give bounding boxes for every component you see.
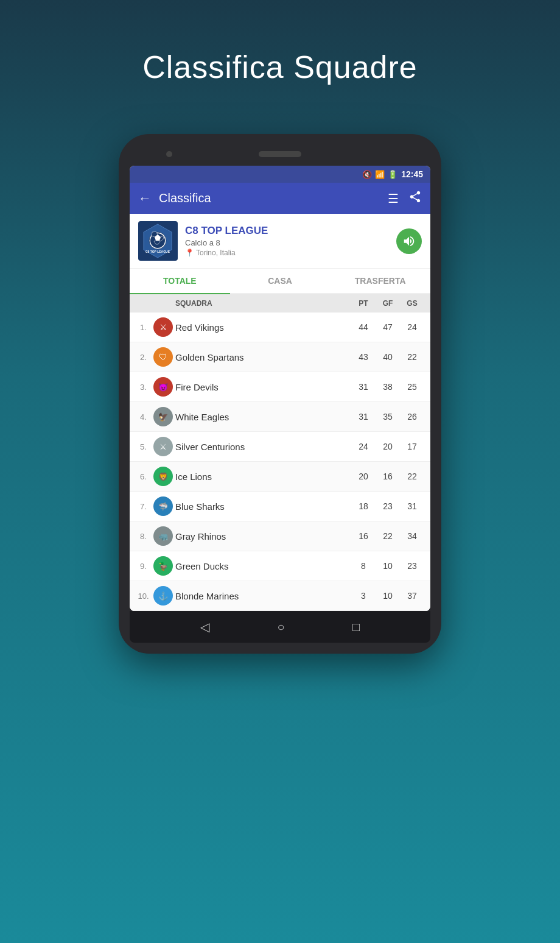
phone-speaker	[259, 151, 301, 157]
phone-screen: 🔇 📶 🔋 12:45 ← Classifica ☰	[130, 166, 430, 611]
audio-button[interactable]	[396, 228, 422, 254]
team-pt: 3	[351, 591, 376, 601]
team-logo-cell: 🦈	[151, 496, 175, 516]
team-pt: 20	[351, 472, 376, 481]
svg-text:⚔: ⚔	[159, 442, 167, 451]
league-header: C8 TOP LEAGUE C8 TOP LEAGUE Calcio a 8 📍…	[130, 214, 430, 269]
tab-casa[interactable]: CASA	[230, 269, 331, 293]
team-rank: 7.	[136, 502, 151, 511]
share-icon[interactable]	[408, 190, 422, 207]
team-gs: 37	[400, 591, 424, 601]
app-bar: ← Classifica ☰	[130, 183, 430, 214]
team-gs: 34	[400, 531, 424, 541]
svg-text:🦆: 🦆	[158, 561, 169, 571]
team-gf: 20	[376, 442, 400, 451]
team-pt: 8	[351, 561, 376, 571]
team-pt: 31	[351, 412, 376, 422]
team-rank: 8.	[136, 532, 151, 541]
team-gf: 22	[376, 531, 400, 541]
table-row[interactable]: 1. ⚔ Red Vikings 44 47 24	[130, 313, 430, 342]
team-rank: 9.	[136, 562, 151, 571]
battery-icon: 🔋	[388, 170, 397, 179]
league-type: Calcio a 8	[185, 238, 396, 247]
team-pt: 44	[351, 322, 376, 332]
svg-text:🦈: 🦈	[158, 501, 169, 512]
team-gf: 10	[376, 561, 400, 571]
team-pt: 31	[351, 382, 376, 392]
table-row[interactable]: 4. 🦅 White Eagles 31 35 26	[130, 402, 430, 432]
status-bar: 🔇 📶 🔋 12:45	[130, 166, 430, 183]
team-name: Ice Lions	[175, 472, 351, 482]
nav-recent-button[interactable]: □	[352, 620, 360, 634]
team-rank: 6.	[136, 472, 151, 481]
team-name: Fire Devils	[175, 382, 351, 392]
svg-text:🛡: 🛡	[159, 352, 167, 362]
phone-camera	[166, 151, 172, 157]
signal-icon: 📶	[375, 170, 385, 179]
team-logo-cell: 🦅	[151, 407, 175, 426]
table-row[interactable]: 8. 🦏 Gray Rhinos 16 22 34	[130, 521, 430, 551]
app-bar-title: Classifica	[159, 191, 380, 205]
team-logo-cell: ⚔	[151, 317, 175, 337]
table-row[interactable]: 7. 🦈 Blue Sharks 18 23 31	[130, 492, 430, 521]
svg-text:⚔: ⚔	[159, 322, 167, 332]
table-row[interactable]: 10. ⚓ Blonde Marines 3 10 37	[130, 581, 430, 611]
phone-bottom-nav: ◁ ○ □	[130, 611, 430, 643]
team-gs: 22	[400, 352, 424, 362]
table-row[interactable]: 2. 🛡 Golden Spartans 43 40 22	[130, 342, 430, 372]
page-header: Classifica Squadre	[0, 0, 560, 122]
tabs: TOTALE CASA TRASFERTA	[130, 269, 430, 294]
team-name: White Eagles	[175, 412, 351, 422]
team-pt: 18	[351, 501, 376, 511]
team-gf: 16	[376, 472, 400, 481]
pin-icon: 📍	[185, 249, 194, 257]
col-header-gf: gf	[376, 299, 400, 308]
team-pt: 43	[351, 352, 376, 362]
team-gs: 23	[400, 561, 424, 571]
team-rank: 5.	[136, 442, 151, 451]
league-info: C8 TOP LEAGUE Calcio a 8 📍 Torino, Itali…	[185, 225, 396, 257]
nav-home-button[interactable]: ○	[277, 620, 284, 634]
team-name: Golden Spartans	[175, 352, 351, 362]
tab-trasferta[interactable]: TRASFERTA	[330, 269, 430, 293]
team-name: Blonde Marines	[175, 591, 351, 601]
phone-body: 🔇 📶 🔋 12:45 ← Classifica ☰	[119, 134, 441, 654]
app-bar-icons: ☰	[388, 190, 422, 207]
back-button[interactable]: ←	[138, 191, 152, 207]
team-gf: 40	[376, 352, 400, 362]
table-header: SQUADRA pt gf gs	[130, 294, 430, 313]
team-rank: 1.	[136, 323, 151, 332]
team-name: Silver Centurions	[175, 442, 351, 452]
table-row[interactable]: 5. ⚔ Silver Centurions 24 20 17	[130, 432, 430, 462]
team-pt: 16	[351, 531, 376, 541]
team-gf: 35	[376, 412, 400, 422]
table-row[interactable]: 6. 🦁 Ice Lions 20 16 22	[130, 462, 430, 492]
teams-table: 1. ⚔ Red Vikings 44 47 24 2. 🛡 Golden Sp…	[130, 313, 430, 611]
tab-totale[interactable]: TOTALE	[130, 269, 230, 293]
team-logo-cell: 🦆	[151, 556, 175, 576]
svg-text:⚓: ⚓	[158, 591, 169, 601]
team-logo-cell: ⚔	[151, 437, 175, 456]
col-header-pt: pt	[351, 299, 376, 308]
team-rank: 4.	[136, 412, 151, 422]
league-name: C8 TOP LEAGUE	[185, 225, 396, 237]
team-logo-cell: 🛡	[151, 347, 175, 367]
nav-back-button[interactable]: ◁	[200, 620, 209, 634]
svg-text:C8 TOP LEAGUE: C8 TOP LEAGUE	[145, 250, 170, 253]
team-gf: 47	[376, 322, 400, 332]
table-row[interactable]: 9. 🦆 Green Ducks 8 10 23	[130, 551, 430, 581]
team-rank: 2.	[136, 353, 151, 362]
col-header-squadra: SQUADRA	[175, 299, 351, 308]
league-location: 📍 Torino, Italia	[185, 249, 396, 257]
status-time: 12:45	[401, 169, 423, 179]
team-gs: 17	[400, 442, 424, 451]
mute-icon: 🔇	[362, 170, 372, 179]
svg-text:🦁: 🦁	[158, 472, 169, 482]
menu-icon[interactable]: ☰	[388, 191, 399, 206]
phone-top-bar	[130, 145, 430, 166]
phone-mockup: 🔇 📶 🔋 12:45 ← Classifica ☰	[119, 134, 441, 654]
svg-text:🦅: 🦅	[158, 412, 169, 422]
svg-text:🦏: 🦏	[158, 531, 169, 542]
table-row[interactable]: 3. 😈 Fire Devils 31 38 25	[130, 372, 430, 402]
status-icons: 🔇 📶 🔋	[362, 170, 397, 179]
